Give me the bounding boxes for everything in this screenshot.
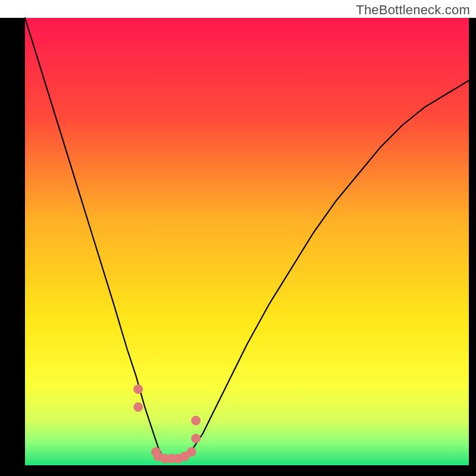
watermark-text: TheBottleneck.com: [356, 2, 470, 18]
curve-marker: [133, 384, 143, 394]
chart-container: TheBottleneck.com: [0, 0, 476, 476]
svg-rect-7: [469, 18, 476, 476]
curve-marker: [187, 447, 196, 456]
bottleneck-curve-chart: [0, 0, 476, 476]
curve-marker: [191, 434, 201, 443]
curve-marker: [191, 416, 201, 425]
svg-rect-4: [0, 18, 25, 476]
svg-rect-3: [25, 18, 469, 465]
svg-rect-5: [0, 465, 476, 476]
curve-marker: [133, 402, 143, 412]
